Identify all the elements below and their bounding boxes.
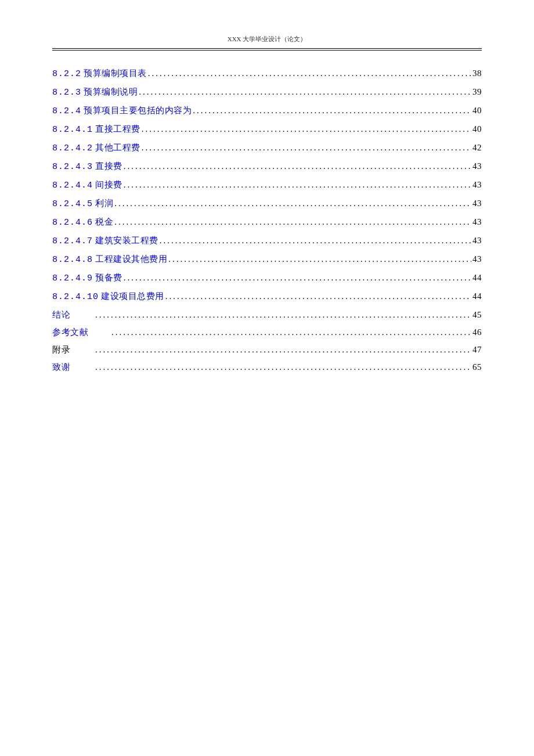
toc-entry-label[interactable]: 8.2.4.5 利润 [52,195,113,213]
toc-leader-dots [94,341,471,358]
toc-entry-page: 40 [471,120,482,138]
header-rule-thin [52,50,482,51]
toc-entry-label[interactable]: 8.2.4.4 间接费 [52,176,122,195]
toc-entry-label[interactable]: 8.2.4 预算项目主要包括的内容为 [52,102,192,120]
toc-entry: 结论 45 [52,306,482,323]
toc-leader-dots [94,358,471,376]
toc-entry-label[interactable]: 8.2.2 预算编制项目表 [52,64,147,83]
toc-leader-dots [167,250,471,268]
toc-leader-dots [147,64,471,82]
toc-entry: 8.2.4.10 建设项目总费用 44 [52,287,482,306]
toc-entry: 8.2.4.6 税金 43 [52,213,482,232]
toc-entry: 8.2.2 预算编制项目表 38 [52,64,482,83]
toc-entry: 8.2.4.9 预备费 44 [52,269,482,287]
toc-entry-page: 44 [471,269,482,286]
toc-entry-page: 44 [471,287,482,305]
toc-entry: 致谢 65 [52,358,482,376]
toc-entry-page: 47 [471,341,482,358]
toc-entry-page: 43 [471,213,482,231]
toc-entry-page: 43 [471,232,482,249]
toc-entry: 8.2.4.1 直接工程费 40 [52,120,482,139]
toc-entry-label[interactable]: 8.2.4.6 税金 [52,213,113,232]
toc-leader-dots [110,323,471,341]
page-header: XXX 大学毕业设计（论文） [52,35,482,44]
toc-entry-page: 42 [471,139,482,156]
toc-entry: 8.2.4 预算项目主要包括的内容为 40 [52,102,482,120]
toc-entry-page: 43 [471,157,482,175]
toc-entry-label[interactable]: 参考文献 [52,323,110,341]
header-rule-thick [52,48,482,49]
toc-leader-dots [113,195,471,212]
toc-entry: 8.2.4.7 建筑安装工程费 43 [52,232,482,250]
toc-leader-dots [122,269,471,286]
toc-leader-dots [164,287,471,305]
toc-entry-label[interactable]: 8.2.4.7 建筑安装工程费 [52,232,158,250]
toc-entry-label: 附录 [52,341,94,358]
table-of-contents: 8.2.2 预算编制项目表 38 8.2.3 预算编制说明 39 8.2.4 预… [52,64,482,376]
toc-entry-label[interactable]: 8.2.4.2 其他工程费 [52,139,140,157]
toc-entry-label[interactable]: 8.2.4.3 直接费 [52,157,122,176]
toc-leader-dots [138,83,471,100]
toc-entry-label[interactable]: 致谢 [52,358,94,376]
toc-entry: 参考文献 46 [52,323,482,341]
toc-entry: 附录 47 [52,341,482,358]
toc-entry-label[interactable]: 8.2.3 预算编制说明 [52,83,138,102]
toc-entry-page: 40 [471,102,482,119]
toc-leader-dots [192,102,471,119]
toc-leader-dots [94,306,471,323]
toc-entry-page: 65 [471,358,482,376]
toc-entry-page: 46 [471,323,482,341]
toc-entry-page: 38 [471,64,482,82]
toc-entry-label[interactable]: 8.2.4.1 直接工程费 [52,120,140,139]
toc-entry-page: 43 [471,195,482,212]
toc-leader-dots [113,213,471,231]
toc-leader-dots [158,232,471,249]
toc-entry: 8.2.3 预算编制说明 39 [52,83,482,102]
toc-leader-dots [140,120,471,138]
toc-entry-label[interactable]: 8.2.4.10 建设项目总费用 [52,287,164,306]
toc-entry-page: 45 [471,306,482,323]
toc-entry: 8.2.4.8 工程建设其他费用 43 [52,250,482,269]
toc-entry-label[interactable]: 8.2.4.9 预备费 [52,269,122,287]
toc-entry-page: 43 [471,176,482,193]
toc-leader-dots [122,157,471,175]
toc-entry: 8.2.4.3 直接费 43 [52,157,482,176]
toc-entry: 8.2.4.2 其他工程费 42 [52,139,482,157]
document-page: XXX 大学毕业设计（论文） 8.2.2 预算编制项目表 38 8.2.3 预算… [0,0,534,422]
toc-entry-label[interactable]: 8.2.4.8 工程建设其他费用 [52,250,167,269]
toc-entry: 8.2.4.4 间接费 43 [52,176,482,195]
toc-entry: 8.2.4.5 利润 43 [52,195,482,213]
toc-leader-dots [140,139,471,156]
toc-leader-dots [122,176,471,193]
toc-entry-label[interactable]: 结论 [52,306,94,323]
toc-entry-page: 39 [471,83,482,100]
toc-entry-page: 43 [471,250,482,268]
